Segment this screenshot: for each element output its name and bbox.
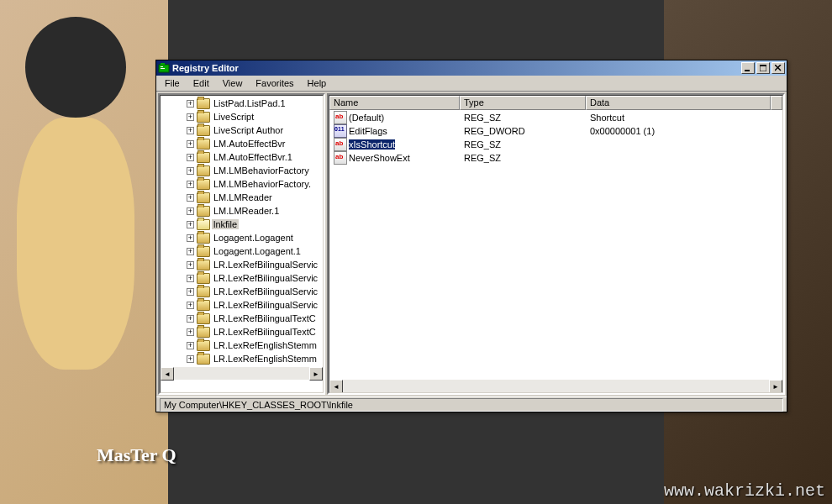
tree-item[interactable]: +lnkfile	[161, 218, 322, 231]
expand-icon[interactable]: +	[187, 194, 194, 202]
value-row[interactable]: (Default)REG_SZShortcut	[330, 111, 782, 124]
column-header[interactable]: Type	[460, 96, 586, 110]
value-name: NeverShowExt	[349, 153, 410, 163]
registry-tree[interactable]: +ListPad.ListPad.1+LiveScript+LiveScript…	[161, 96, 323, 366]
column-header[interactable]: Data	[586, 96, 771, 110]
tree-item[interactable]: +LM.AutoEffectBvr.1	[161, 150, 322, 164]
value-row[interactable]: xIsShortcutREG_SZ	[330, 138, 782, 151]
minimize-button[interactable]	[741, 62, 755, 74]
values-pane: NameTypeData (Default)REG_SZShortcutEdit…	[327, 93, 785, 395]
tree-item-label: LR.LexRefBilingualServic	[212, 300, 319, 310]
expand-icon[interactable]: +	[187, 221, 194, 228]
expand-icon[interactable]: +	[187, 248, 194, 255]
tree-item-label: LR.LexRefEnglishStemm	[212, 340, 319, 350]
menu-file[interactable]: File	[158, 76, 187, 90]
folder-icon	[197, 233, 210, 244]
folder-icon	[197, 273, 210, 284]
expand-icon[interactable]: +	[187, 288, 194, 296]
binary-value-icon	[334, 124, 347, 138]
menu-favorites[interactable]: Favorites	[249, 76, 300, 90]
tree-horizontal-scrollbar[interactable]: ◄ ►	[161, 366, 323, 380]
scroll-right-button[interactable]: ►	[769, 380, 782, 393]
window-title: Registry Editor	[172, 63, 740, 73]
tree-item-label: LR.LexRefBilingualTextC	[212, 313, 318, 323]
expand-icon[interactable]: +	[187, 342, 194, 349]
folder-icon	[197, 125, 210, 136]
value-row[interactable]: EditFlagsREG_DWORD0x00000001 (1)	[330, 124, 782, 138]
value-name: (Default)	[349, 113, 384, 123]
tree-item[interactable]: +LR.LexRefBilingualServic	[161, 271, 322, 285]
expand-icon[interactable]: +	[187, 302, 194, 309]
tree-item[interactable]: +LM.LMBehaviorFactory.	[161, 177, 322, 191]
scroll-track[interactable]	[343, 380, 769, 392]
folder-icon	[197, 152, 210, 163]
tree-item[interactable]: +LR.LexRefBilingualTextC	[161, 325, 322, 339]
values-list[interactable]: (Default)REG_SZShortcutEditFlagsREG_DWOR…	[329, 110, 782, 379]
folder-icon	[197, 286, 210, 297]
folder-icon	[197, 165, 210, 176]
expand-icon[interactable]: +	[187, 261, 194, 269]
folder-icon	[197, 313, 210, 324]
tree-item[interactable]: +LiveScript	[161, 110, 322, 123]
tree-item[interactable]: +LM.LMReader.1	[161, 204, 322, 218]
tree-item[interactable]: +Logagent.Logagent.1	[161, 244, 322, 258]
expand-icon[interactable]: +	[187, 207, 194, 215]
svg-rect-2	[161, 66, 163, 67]
tree-item[interactable]: +LR.LexRefBilingualServic	[161, 258, 322, 271]
folder-icon	[197, 206, 210, 217]
maximize-button[interactable]	[756, 62, 770, 74]
expand-icon[interactable]: +	[187, 181, 194, 188]
expand-icon[interactable]: +	[187, 234, 194, 242]
expand-icon[interactable]: +	[187, 127, 194, 134]
status-path: My Computer\HKEY_CLASSES_ROOT\lnkfile	[160, 398, 783, 412]
column-headers: NameTypeData	[329, 96, 782, 110]
scroll-track[interactable]	[174, 367, 309, 380]
tree-item[interactable]: +LM.AutoEffectBvr	[161, 137, 322, 150]
folder-icon	[197, 354, 210, 365]
expand-icon[interactable]: +	[187, 167, 194, 175]
value-type: REG_SZ	[461, 113, 587, 123]
expand-icon[interactable]: +	[187, 328, 194, 336]
tree-item-label: LiveScript	[212, 112, 255, 122]
value-data: Shortcut	[587, 113, 771, 123]
column-header[interactable]: Name	[329, 96, 460, 110]
expand-icon[interactable]: +	[187, 275, 194, 282]
tree-item[interactable]: +LiveScript Author	[161, 123, 322, 137]
expand-icon[interactable]: +	[187, 140, 194, 148]
tree-item-label: lnkfile	[212, 219, 239, 229]
tree-item-label: LR.LexRefBilingualTextC	[212, 327, 318, 337]
watermark-url: www.wakrizki.net	[664, 481, 825, 501]
list-horizontal-scrollbar[interactable]: ◄ ►	[329, 379, 782, 392]
menu-edit[interactable]: Edit	[187, 76, 216, 90]
tree-item[interactable]: +LR.LexRefBilingualTextC	[161, 312, 322, 325]
scroll-left-button[interactable]: ◄	[161, 367, 174, 381]
tree-pane: +ListPad.ListPad.1+LiveScript+LiveScript…	[158, 93, 325, 395]
background-left-character	[0, 0, 168, 504]
tree-item-label: LR.LexRefBilingualServic	[212, 286, 319, 297]
tree-item[interactable]: +LR.LexRefBilingualServic	[161, 285, 322, 298]
expand-icon[interactable]: +	[187, 100, 194, 108]
tree-item[interactable]: +LM.LMBehaviorFactory	[161, 164, 322, 177]
menu-view[interactable]: View	[216, 76, 250, 90]
expand-icon[interactable]: +	[187, 113, 194, 121]
tree-item[interactable]: +LR.LexRefEnglishStemm	[161, 339, 322, 352]
expand-icon[interactable]: +	[187, 315, 194, 323]
value-row[interactable]: NeverShowExtREG_SZ	[330, 151, 782, 165]
app-icon	[158, 62, 170, 74]
tree-item[interactable]: +LR.LexRefEnglishStemm	[161, 352, 322, 365]
tree-item[interactable]: +LR.LexRefBilingualServic	[161, 298, 322, 312]
expand-icon[interactable]: +	[187, 355, 194, 363]
value-type: REG_SZ	[461, 153, 587, 163]
expand-icon[interactable]: +	[187, 154, 194, 161]
tree-item-label: LR.LexRefBilingualServic	[212, 273, 319, 283]
svg-rect-3	[161, 68, 165, 69]
scroll-left-button[interactable]: ◄	[329, 380, 343, 393]
tree-item[interactable]: +LM.LMReader	[161, 191, 322, 204]
value-type: REG_DWORD	[461, 126, 587, 136]
tree-item[interactable]: +ListPad.ListPad.1	[161, 97, 322, 110]
close-button[interactable]	[771, 62, 785, 74]
menu-help[interactable]: Help	[301, 76, 334, 90]
scroll-right-button[interactable]: ►	[309, 367, 323, 381]
titlebar[interactable]: Registry Editor	[156, 60, 787, 76]
tree-item[interactable]: +Logagent.Logagent	[161, 231, 322, 244]
